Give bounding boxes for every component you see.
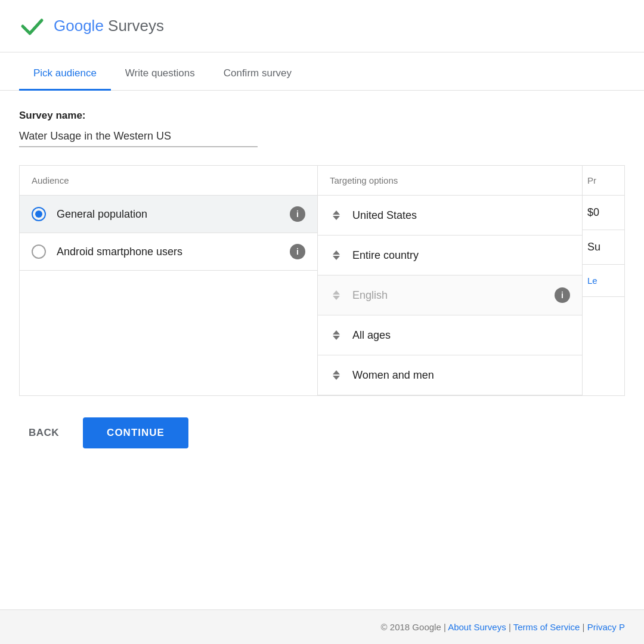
targeting-value-country: United States <box>352 209 570 222</box>
targeting-row-country[interactable]: United States <box>318 196 582 236</box>
action-buttons: BACK CONTINUE <box>0 396 644 470</box>
tab-pick-audience[interactable]: Pick audience <box>19 58 111 91</box>
targeting-column-header: Targeting options <box>318 166 582 196</box>
radio-general-population <box>32 207 46 221</box>
audience-label-general: General population <box>57 208 290 221</box>
info-icon-language[interactable]: i <box>555 287 570 303</box>
audience-row-android[interactable]: Android smartphone users i <box>20 233 317 271</box>
tab-bar: Pick audience Write questions Confirm su… <box>0 52 644 91</box>
sort-up-country <box>333 210 340 215</box>
page-footer: © 2018 Google | About Surveys | Terms of… <box>0 609 644 644</box>
targeting-value-gender: Women and men <box>352 369 570 382</box>
targeting-row-region[interactable]: Entire country <box>318 236 582 275</box>
footer-copyright: © 2018 Google | <box>381 622 446 632</box>
app-title: Google Surveys <box>54 17 164 35</box>
sort-icon-language <box>330 286 343 304</box>
info-icon-android[interactable]: i <box>290 244 305 259</box>
footer-separator1: | <box>509 622 513 632</box>
targeting-row-language: English i <box>318 275 582 315</box>
targeting-row-gender[interactable]: Women and men <box>318 355 582 395</box>
sort-down-gender <box>333 376 340 380</box>
tab-write-questions[interactable]: Write questions <box>111 58 209 91</box>
sort-down-age <box>333 336 340 340</box>
radio-android-users <box>32 244 46 259</box>
audience-column: Audience General population i Android sm… <box>20 166 318 395</box>
app-header: Google Surveys <box>0 0 644 52</box>
targeting-value-age: All ages <box>352 329 570 342</box>
survey-name-label: Survey name: <box>19 110 625 122</box>
google-check-icon <box>19 13 45 39</box>
sort-up-language <box>333 290 340 295</box>
sort-icon-country <box>330 206 343 224</box>
survey-name-input[interactable] <box>19 128 258 147</box>
pricing-column: Pr $0 Su Le <box>583 166 624 395</box>
continue-button[interactable]: CONTINUE <box>83 417 188 448</box>
sort-icon-region <box>330 246 343 264</box>
tab-confirm-survey[interactable]: Confirm survey <box>209 58 306 91</box>
sort-up-age <box>333 330 340 335</box>
pricing-cell-main: $0 <box>583 196 624 230</box>
audience-row-general[interactable]: General population i <box>20 196 317 233</box>
footer-about-surveys[interactable]: About Surveys <box>448 622 506 632</box>
targeting-column: Targeting options United States Entire c… <box>318 166 583 395</box>
footer-separator2: | <box>583 622 587 632</box>
sort-icon-age <box>330 326 343 344</box>
targeting-row-age[interactable]: All ages <box>318 315 582 355</box>
pricing-column-header: Pr <box>583 166 624 196</box>
sort-icon-gender <box>330 366 343 384</box>
footer-terms[interactable]: Terms of Service <box>513 622 580 632</box>
info-icon-general[interactable]: i <box>290 206 305 222</box>
sort-down-country <box>333 216 340 220</box>
targeting-value-region: Entire country <box>352 249 570 262</box>
targeting-value-language: English <box>352 289 555 302</box>
audience-table: Audience General population i Android sm… <box>19 165 625 396</box>
audience-column-header: Audience <box>20 166 317 196</box>
main-content: Survey name: Audience General population… <box>0 91 644 396</box>
footer-privacy[interactable]: Privacy P <box>587 622 625 632</box>
back-button[interactable]: BACK <box>19 420 69 446</box>
audience-label-android: Android smartphone users <box>57 246 290 258</box>
radio-inner-dot <box>35 210 42 218</box>
sort-up-region <box>333 250 340 255</box>
sort-down-region <box>333 256 340 260</box>
sort-up-gender <box>333 370 340 374</box>
pricing-cell-sub: Su <box>583 230 624 265</box>
sort-down-language <box>333 296 340 300</box>
pricing-cell-link[interactable]: Le <box>583 265 624 297</box>
